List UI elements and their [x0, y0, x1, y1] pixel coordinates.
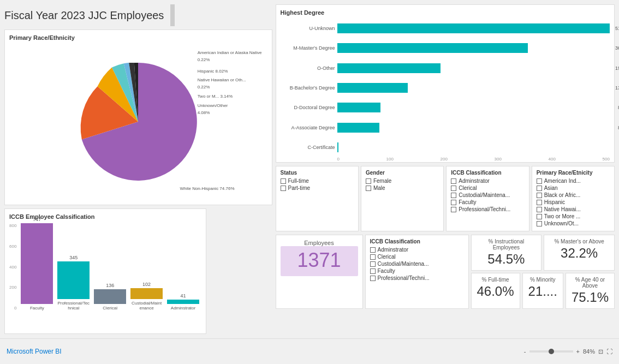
kpi-row1: % Instructional Employees 54.5% % Master…: [471, 235, 615, 271]
zoom-handle[interactable]: [549, 349, 554, 354]
iccb-clerical[interactable]: Clerical: [451, 185, 524, 191]
bar-uunknown[interactable]: [337, 23, 610, 33]
employees-bg: 1371: [281, 246, 358, 276]
main-container: Fiscal Year 2023 JJC Employees Primary R…: [0, 0, 619, 338]
iccb-col-faculty: 747 Faculty: [21, 217, 53, 311]
race-asian[interactable]: Asian: [537, 185, 610, 191]
stats-section: Employees 1371 ICCB Classification Admin…: [276, 235, 615, 309]
zoom-track[interactable]: [529, 350, 573, 353]
checkbox-race-native[interactable]: [537, 207, 542, 212]
bar-bachelor[interactable]: [337, 83, 408, 93]
stat-fulltime: % Full-time 46.0%: [471, 273, 520, 309]
bar-axis: 0 100 200 300 400 500: [337, 157, 610, 162]
checkbox-custodial[interactable]: [451, 193, 456, 198]
checkbox-male[interactable]: [366, 186, 371, 191]
kpi-row2: % Full-time 46.0% % Minority 21.... % Ag…: [471, 273, 615, 309]
degree-panel: Highest Degree U-Unknown 513 M-Master's …: [276, 4, 615, 163]
label-hispanic: Hispanic 8.02%: [198, 68, 262, 75]
iccb-col-admin: 41 Adminstrator: [167, 293, 199, 311]
status-fulltime[interactable]: Full-time: [281, 178, 354, 184]
race-hispanic[interactable]: Hispanic: [537, 199, 610, 205]
pie-chart: [70, 56, 206, 187]
race-native[interactable]: Native Hawai...: [537, 206, 610, 212]
checkbox-race-asian[interactable]: [537, 186, 542, 191]
iccb-col-professional: 345 Professional/Technical: [57, 255, 90, 311]
stat-age40: % Age 40 or Above 75.1%: [566, 273, 615, 309]
iccb-class-filter: ICCB Classification Adminstrator Clerica…: [446, 166, 529, 231]
pie-panel: Primary Race/Ethnicity: [4, 29, 272, 205]
iccb-faculty[interactable]: Faculty: [451, 199, 524, 205]
checkbox-female[interactable]: [366, 178, 371, 184]
fullscreen-icon[interactable]: ⛶: [606, 348, 612, 355]
race-unknown[interactable]: Unknown/Ot...: [537, 220, 610, 226]
employees-box: Employees 1371: [276, 235, 363, 309]
stat-instructional: % Instructional Employees 54.5%: [471, 235, 542, 271]
checkbox-admin[interactable]: [451, 178, 456, 184]
race-filter-title: Primary Race/Etnicity: [537, 170, 610, 176]
iccb-col-custodial: 102 Custodial/Maintenance: [130, 282, 163, 311]
pie-container: American Indian or Alaska Native0.22% Hi…: [9, 44, 267, 199]
gender-male[interactable]: Male: [366, 185, 439, 191]
iccb-y-axis: 800 600 400 200 0: [9, 223, 16, 311]
iccb-class-title: ICCB Classification: [451, 170, 524, 176]
race-ai[interactable]: American Ind...: [537, 178, 610, 184]
label-unknown: Unknown/Other4.08%: [198, 103, 262, 117]
powerbi-link[interactable]: Microsoft Power BI: [7, 348, 62, 355]
bar-row-cert: C-Certificate 3: [281, 142, 610, 152]
race-two[interactable]: Two or More ...: [537, 213, 610, 219]
fit-icon[interactable]: ⊡: [598, 348, 603, 355]
bar-cert[interactable]: [337, 142, 339, 152]
iccb-col-clerical: 136 Clerical: [94, 283, 126, 311]
iccb-admin[interactable]: Adminstrator: [451, 178, 524, 184]
checkbox-race-ai[interactable]: [537, 178, 542, 184]
employees-label: Employees: [281, 240, 358, 246]
checkbox-race-hispanic[interactable]: [537, 200, 542, 205]
employees-section: Employees 1371 ICCB Classification Admin…: [276, 235, 469, 309]
checkbox-clerical[interactable]: [451, 186, 456, 191]
status-title: Status: [281, 170, 354, 176]
status-filter: Status Full-time Part-time: [276, 166, 359, 231]
status-bar: Microsoft Power BI - + 84% ⊡ ⛶: [0, 338, 619, 364]
checkbox-fulltime[interactable]: [281, 178, 286, 184]
gender-filter: Gender Female Male: [361, 166, 444, 231]
label-white: White Non-Hispanic 74.76%: [180, 186, 234, 191]
checkbox-race-two[interactable]: [537, 214, 542, 219]
top-row: Fiscal Year 2023 JJC Employees Primary R…: [4, 4, 615, 334]
bar-row-bachelor: B-Bachelor's Degree 134: [281, 83, 610, 93]
employees-value: 1371: [285, 248, 354, 272]
iccb-class-box: ICCB Classification Adminstrator Clerica…: [365, 235, 469, 309]
label-ai: American Indian or Alaska Native0.22%: [198, 50, 262, 64]
label-two: Two or M... 3.14%: [198, 93, 262, 100]
bar-row-doctoral: D-Doctoral Degree 82: [281, 103, 610, 112]
iccb-professional[interactable]: Professional/Techni...: [451, 206, 524, 212]
bar-row-other: O-Other 199: [281, 63, 610, 73]
bar-doctoral[interactable]: [337, 103, 381, 112]
checkbox-professional[interactable]: [451, 207, 456, 212]
bar-associate[interactable]: [337, 123, 380, 133]
bar-row-uunknown: U-Unknown 513: [281, 23, 610, 33]
degree-bar-chart: U-Unknown 513 M-Master's Degree 360: [281, 19, 610, 157]
race-black[interactable]: Black or Afric...: [537, 192, 610, 198]
bar-masters[interactable]: [337, 43, 528, 53]
scroll-handle[interactable]: [170, 4, 175, 26]
zoom-area: - + 84% ⊡ ⛶: [524, 348, 612, 355]
gender-title: Gender: [366, 170, 439, 176]
checkbox-faculty[interactable]: [451, 200, 456, 205]
page-title: Fiscal Year 2023 JJC Employees: [4, 7, 164, 24]
pie-title: Primary Race/Ethnicity: [9, 34, 267, 41]
bar-row-associate: A-Associate Degree 80: [281, 123, 610, 133]
zoom-plus[interactable]: +: [576, 348, 580, 355]
bar-other[interactable]: [337, 63, 441, 73]
checkbox-parttime[interactable]: [281, 186, 286, 191]
iccb-custodial[interactable]: Custodial/Maintena...: [451, 192, 524, 198]
bar-row-masters: M-Master's Degree 360: [281, 43, 610, 53]
status-parttime[interactable]: Part-time: [281, 185, 354, 191]
stat-minority: % Minority 21....: [522, 273, 563, 309]
checkbox-race-unknown[interactable]: [537, 221, 542, 226]
pie-labels: American Indian or Alaska Native0.22% Hi…: [198, 50, 262, 116]
zoom-minus[interactable]: -: [524, 348, 526, 355]
gender-female[interactable]: Female: [366, 178, 439, 184]
checkbox-race-black[interactable]: [537, 193, 542, 198]
filters-row: Status Full-time Part-time Gender: [276, 166, 615, 231]
zoom-level: 84%: [583, 348, 595, 355]
